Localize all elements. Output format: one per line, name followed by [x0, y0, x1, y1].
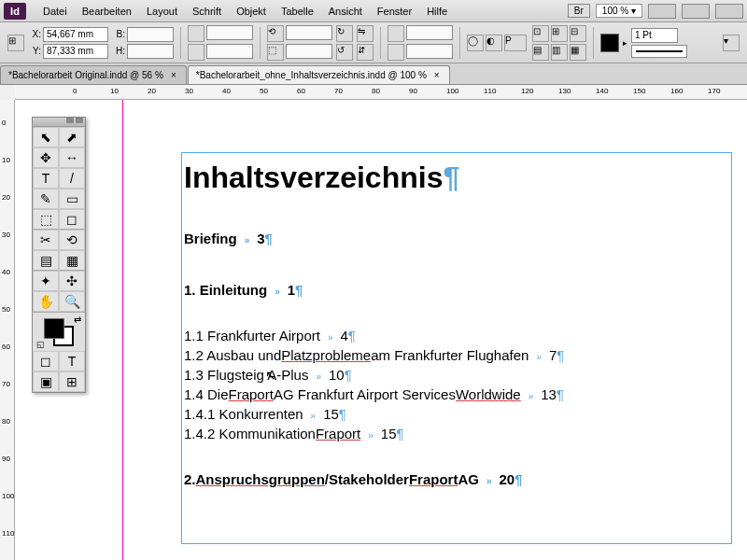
- zoom-level[interactable]: 100 % ▾: [596, 4, 642, 18]
- default-colors-icon[interactable]: ◱: [36, 340, 45, 349]
- tab-arrow-icon: »: [536, 352, 542, 362]
- tool-row6-1[interactable]: ⟲: [59, 230, 85, 250]
- swatch-arrow-icon[interactable]: ▸: [623, 38, 627, 48]
- tool-row7-1[interactable]: ▦: [59, 250, 85, 271]
- cy-input[interactable]: [406, 44, 453, 59]
- toolbox-header[interactable]: [33, 118, 85, 127]
- scale-y-input[interactable]: [206, 44, 253, 59]
- y-input[interactable]: [43, 44, 108, 59]
- tab-arrow-icon: »: [311, 411, 317, 421]
- x-input[interactable]: [43, 27, 108, 42]
- flip-h-icon[interactable]: ⇋: [357, 25, 374, 42]
- text-frame[interactable]: Inhaltsverzeichnis¶ Briefing»3¶1. Einlei…: [181, 152, 732, 544]
- h-label: H:: [112, 46, 125, 56]
- page-title: Inhaltsverzeichnis¶: [184, 161, 731, 195]
- menu-objekt[interactable]: Objekt: [229, 3, 274, 20]
- menu-tabelle[interactable]: Tabelle: [274, 3, 321, 20]
- wrap-2-icon[interactable]: ⊞: [551, 25, 568, 42]
- cx-input[interactable]: [406, 25, 453, 40]
- tool-row6-0[interactable]: ✂: [33, 230, 59, 250]
- tool-row4-0[interactable]: ✎: [33, 189, 59, 209]
- tool-row1-0[interactable]: ⬉: [33, 127, 59, 147]
- tool-bottom2-1[interactable]: ⊞: [59, 371, 85, 392]
- wrap-5-icon[interactable]: ▥: [551, 44, 568, 61]
- arrange-icon[interactable]: [715, 4, 743, 19]
- container-icon[interactable]: [388, 25, 404, 42]
- tool-row4-1[interactable]: ▭: [59, 189, 85, 209]
- vertical-ruler[interactable]: 0102030405060708090100110120: [0, 100, 15, 560]
- tool-row2-0[interactable]: ✥: [33, 147, 59, 168]
- tool-row5-0[interactable]: ⬚: [33, 209, 59, 230]
- screen-mode-icon[interactable]: [682, 4, 710, 19]
- rotate-input[interactable]: [286, 25, 332, 40]
- tool-row9-1[interactable]: 🔍: [59, 291, 85, 312]
- collapse-icon[interactable]: [66, 118, 74, 123]
- close-icon[interactable]: ×: [169, 71, 178, 80]
- pilcrow-icon: ¶: [348, 328, 356, 343]
- horizontal-ruler[interactable]: 0102030405060708090100110120130140150160…: [15, 85, 747, 100]
- tab-label: *Bachelorarbeit Original.indd @ 56 %: [8, 70, 163, 80]
- shear-icon[interactable]: ⬚: [267, 44, 284, 61]
- reference-point-icon[interactable]: ⊞: [7, 35, 24, 51]
- menu-datei[interactable]: Datei: [35, 3, 75, 20]
- tool-row2-1[interactable]: ↔: [59, 147, 85, 168]
- tool-row3-1[interactable]: /: [59, 168, 85, 189]
- tool-bottom1-1[interactable]: T: [59, 351, 85, 371]
- tool-row1-1[interactable]: ⬈: [59, 127, 85, 147]
- pathfinder-2-icon[interactable]: ◐: [486, 35, 502, 51]
- wrap-4-icon[interactable]: ▤: [532, 44, 549, 61]
- app-logo: Id: [4, 3, 26, 20]
- fill-swatch[interactable]: [600, 34, 619, 52]
- tab-bachelorarbeit-original[interactable]: *Bachelorarbeit Original.indd @ 56 % ×: [0, 65, 187, 84]
- menu-fenster[interactable]: Fenster: [370, 3, 419, 20]
- tool-row5-1[interactable]: ◻: [59, 209, 85, 230]
- menu-schrift[interactable]: Schrift: [185, 3, 229, 20]
- flip-v-icon[interactable]: ⇵: [357, 44, 374, 61]
- document-canvas[interactable]: Inhaltsverzeichnis¶ Briefing»3¶1. Einlei…: [15, 100, 747, 560]
- scale-x-input[interactable]: [206, 25, 253, 40]
- height-input[interactable]: [127, 44, 174, 59]
- swap-colors-icon[interactable]: ⇄: [74, 315, 81, 325]
- tab-arrow-icon: »: [486, 476, 492, 486]
- panel-menu-icon[interactable]: ▾: [723, 35, 740, 51]
- wrap-6-icon[interactable]: ▦: [570, 44, 586, 61]
- text-mode-icon[interactable]: P: [504, 35, 527, 51]
- bridge-button[interactable]: Br: [568, 4, 590, 18]
- rotate-cw-icon[interactable]: ↻: [336, 25, 353, 42]
- stroke-style-preview[interactable]: [636, 50, 683, 52]
- wrap-3-icon[interactable]: ⊟: [570, 25, 586, 42]
- close-icon[interactable]: [76, 118, 83, 123]
- tool-row9-0[interactable]: ✋: [33, 291, 59, 312]
- toc-entry: 1.2 Ausbau und Platzprobleme am Frankfur…: [184, 347, 731, 363]
- fill-color[interactable]: [44, 318, 64, 339]
- tool-row8-1[interactable]: ✣: [59, 271, 85, 291]
- tool-bottom1-0[interactable]: ◻: [33, 351, 59, 371]
- toc-entry: 1.3 Flugsteig A-Plus»10¶: [184, 367, 731, 383]
- wrap-1-icon[interactable]: ⊡: [532, 25, 549, 42]
- menu-bearbeiten[interactable]: Bearbeiten: [75, 3, 139, 20]
- pathfinder-1-icon[interactable]: ◯: [467, 35, 484, 51]
- menu-hilfe[interactable]: Hilfe: [419, 3, 455, 20]
- fill-stroke-swatch[interactable]: ⇄ ◱: [33, 312, 85, 351]
- rotate-icon[interactable]: ⟲: [267, 25, 284, 42]
- view-options-icon[interactable]: [648, 4, 676, 19]
- scale-y-icon[interactable]: [188, 44, 204, 61]
- content-icon[interactable]: [388, 44, 404, 61]
- close-icon[interactable]: ×: [432, 71, 442, 80]
- toc-entry: 1.4.1 Konkurrenten»15¶: [184, 406, 731, 422]
- menu-ansicht[interactable]: Ansicht: [321, 3, 370, 20]
- scale-x-icon[interactable]: [188, 25, 204, 42]
- stroke-weight-input[interactable]: [631, 28, 678, 43]
- menu-layout[interactable]: Layout: [139, 3, 185, 20]
- width-input[interactable]: [127, 27, 174, 42]
- rotate-ccw-icon[interactable]: ↺: [336, 44, 353, 61]
- tool-row8-0[interactable]: ✦: [33, 271, 59, 291]
- pilcrow-icon: ¶: [295, 282, 303, 298]
- shear-input[interactable]: [286, 44, 332, 59]
- tool-row3-0[interactable]: T: [33, 168, 59, 189]
- tab-bachelorarbeit-ohne-iv[interactable]: *Bachelorarbeit_ohne_Inhaltsverzeichnis.…: [188, 65, 450, 84]
- tool-bottom2-0[interactable]: ▣: [33, 371, 59, 392]
- w-label: B:: [112, 29, 125, 39]
- tool-row7-0[interactable]: ▤: [33, 250, 59, 271]
- pilcrow-icon: ¶: [443, 161, 459, 194]
